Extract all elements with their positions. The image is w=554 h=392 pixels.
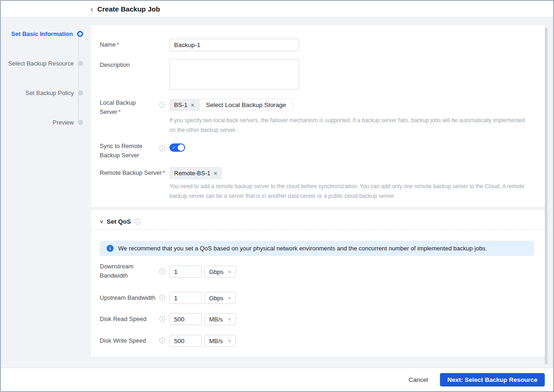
qos-section-title: Set QoS — [107, 218, 131, 225]
qos-recommendation-banner: i We recommend that you set a QoS based … — [100, 241, 534, 256]
disk-read-speed-info-icon[interactable]: i — [159, 316, 165, 322]
remote-backup-server-helper-text: You need to add a remote backup server t… — [169, 182, 529, 201]
step-marker-active-icon — [77, 31, 83, 37]
chevron-down-icon: ∨ — [228, 296, 232, 300]
required-mark: * — [118, 108, 120, 115]
chevron-down-icon: ∨ — [228, 317, 232, 321]
tag-label: BS-1 — [174, 101, 187, 108]
qos-section-header[interactable]: ∨ Set QoS i — [100, 214, 140, 229]
chevron-down-icon: ∨ — [228, 269, 232, 274]
local-backup-server-controls: BS-1 × Select Local Backup Storage — [169, 99, 293, 111]
dashed-divider — [91, 229, 545, 230]
toggle-knob — [178, 144, 184, 151]
unit-value: Gbps — [209, 268, 223, 275]
footer-action-bar: Cancel Next: Select Backup Resource — [1, 368, 553, 391]
step-marker-icon — [78, 120, 83, 125]
unit-value: Gbps — [209, 295, 223, 302]
description-label: Description — [100, 59, 159, 71]
create-backup-job-page: ‹ Create Backup Job Set Basic Informatio… — [0, 0, 554, 392]
local-backup-server-label: Local Backup Server* — [100, 98, 159, 117]
name-input[interactable] — [169, 39, 299, 51]
disk-write-speed-unit-select[interactable]: MB/s ∨ — [205, 335, 236, 347]
upstream-bandwidth-unit-select[interactable]: Gbps ∨ — [205, 292, 236, 304]
step-preview[interactable]: Preview — [1, 117, 83, 128]
step-label: Set Backup Policy — [25, 89, 74, 96]
server-tag-remote-bs1: Remote-BS-1 × — [169, 167, 222, 179]
remove-tag-icon[interactable]: × — [214, 170, 217, 177]
page-title: Create Backup Job — [97, 5, 160, 13]
remove-tag-icon[interactable]: × — [191, 102, 194, 108]
upstream-bandwidth-row: Upstream Bandwidth i Gbps ∨ — [91, 292, 545, 304]
qos-panel: ∨ Set QoS i i We recommend that you set … — [91, 210, 545, 356]
description-textarea[interactable] — [169, 59, 299, 89]
sync-to-remote-label: Sync to Remote Backup Server — [100, 142, 159, 160]
step-label: Select Backup Resource — [8, 60, 74, 67]
required-mark: * — [117, 41, 119, 48]
downstream-bandwidth-unit-select[interactable]: Gbps ∨ — [205, 266, 236, 278]
step-marker-icon — [78, 61, 83, 66]
downstream-bandwidth-row: Downstream Bandwidth i Gbps ∨ — [91, 266, 545, 278]
downstream-bandwidth-info-icon[interactable]: i — [159, 268, 165, 274]
name-label: Name* — [100, 39, 159, 51]
upstream-bandwidth-label: Upstream Bandwidth — [100, 292, 159, 304]
unit-value: MB/s — [209, 338, 223, 344]
downstream-bandwidth-label: Downstream Bandwidth — [100, 262, 159, 280]
step-set-basic-information[interactable]: Set Basic Information — [1, 28, 83, 39]
qos-info-icon[interactable]: i — [134, 219, 140, 225]
disk-write-speed-input[interactable] — [169, 335, 202, 347]
step-set-backup-policy[interactable]: Set Backup Policy — [1, 87, 83, 98]
disk-write-speed-info-icon[interactable]: i — [159, 338, 165, 344]
cancel-button[interactable]: Cancel — [409, 376, 428, 383]
disk-write-speed-label: Disk Write Speed — [100, 335, 159, 347]
step-marker-icon — [78, 90, 83, 95]
step-label: Set Basic Information — [11, 30, 73, 37]
required-mark: * — [163, 169, 165, 176]
basic-information-panel: Name* Description Local Backup Server* i… — [91, 25, 545, 207]
disk-read-speed-row: Disk Read Speed i MB/s ∨ — [91, 313, 545, 325]
sync-to-remote-toggle[interactable]: ✓ — [169, 143, 185, 152]
stepper-connector-line — [78, 34, 79, 122]
step-select-backup-resource[interactable]: Select Backup Resource — [1, 58, 83, 69]
collapse-chevron-icon: ∨ — [99, 219, 104, 225]
upstream-bandwidth-input[interactable] — [169, 292, 202, 304]
unit-value: MB/s — [209, 316, 223, 323]
disk-read-speed-label: Disk Read Speed — [100, 313, 159, 325]
local-backup-server-info-icon[interactable]: i — [159, 102, 165, 108]
disk-write-speed-row: Disk Write Speed i MB/s ∨ — [91, 335, 545, 347]
disk-read-speed-unit-select[interactable]: MB/s ∨ — [205, 313, 236, 325]
tag-label: Remote-BS-1 — [174, 170, 211, 177]
next-select-backup-resource-button[interactable]: Next: Select Backup Resource — [440, 373, 545, 386]
remote-backup-server-label: Remote Backup Server* — [100, 167, 174, 179]
local-backup-server-helper-text: If you specify two local back servers, t… — [169, 116, 529, 135]
select-local-backup-storage-button[interactable]: Select Local Backup Storage — [199, 99, 293, 111]
vertical-scrollbar[interactable] — [545, 28, 548, 364]
back-icon[interactable]: ‹ — [90, 5, 93, 13]
wizard-stepper: Set Basic Information Select Backup Reso… — [1, 1, 86, 185]
server-tag-bs1: BS-1 × — [169, 99, 199, 111]
upstream-bandwidth-info-icon[interactable]: i — [159, 295, 165, 301]
step-label: Preview — [53, 119, 74, 126]
downstream-bandwidth-input[interactable] — [169, 266, 202, 278]
disk-read-speed-input[interactable] — [169, 313, 202, 325]
info-filled-icon: i — [107, 245, 114, 252]
toggle-check-icon: ✓ — [172, 145, 176, 150]
sync-to-remote-info-icon[interactable]: i — [159, 145, 165, 151]
banner-text: We recommend that you set a QoS based on… — [118, 245, 487, 252]
chevron-down-icon: ∨ — [228, 339, 232, 343]
